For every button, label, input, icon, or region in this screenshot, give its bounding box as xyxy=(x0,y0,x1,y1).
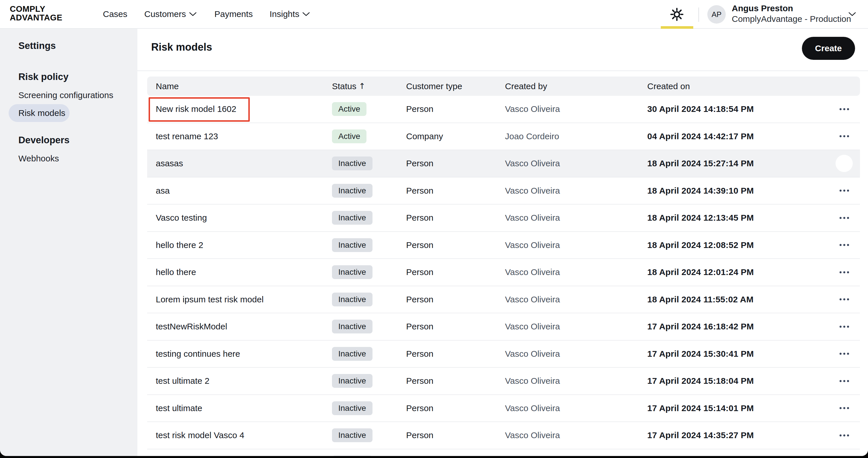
sidebar-title: Settings xyxy=(19,40,56,51)
status-badge: Inactive xyxy=(332,374,372,388)
table-row[interactable]: hello there 2 Inactive Person Vasco Oliv… xyxy=(147,232,860,259)
nav-payments[interactable]: Payments xyxy=(214,0,253,28)
status-badge: Inactive xyxy=(332,211,372,225)
risk-model-name: Vasco testing xyxy=(156,213,332,223)
risk-model-name: test risk model Vasco 4 xyxy=(156,430,332,440)
column-header-name[interactable]: Name xyxy=(156,81,332,91)
ellipsis-menu-icon[interactable] xyxy=(840,380,849,382)
status-badge: Inactive xyxy=(332,184,372,198)
status-badge: Inactive xyxy=(332,347,372,361)
row-actions xyxy=(834,181,854,201)
ellipsis-menu-icon[interactable] xyxy=(840,407,849,409)
nav-insights[interactable]: Insights xyxy=(270,0,310,28)
column-header-customer-type[interactable]: Customer type xyxy=(406,81,505,91)
table-row[interactable]: test rename 123 Active Company Joao Cord… xyxy=(147,123,860,150)
status-badge: Inactive xyxy=(332,265,372,279)
row-actions xyxy=(834,344,854,364)
customer-type-cell: Person xyxy=(406,186,505,196)
customer-type-cell: Person xyxy=(406,430,505,440)
logo-line-2: ADVANTAGE xyxy=(10,13,62,22)
customer-type-cell: Person xyxy=(406,159,505,168)
status-badge: Inactive xyxy=(332,156,372,170)
ellipsis-menu-icon[interactable] xyxy=(840,353,849,355)
status-cell: Active xyxy=(332,130,406,143)
table-row[interactable]: Vasco testing Inactive Person Vasco Oliv… xyxy=(147,204,860,232)
ellipsis-menu-icon[interactable] xyxy=(840,434,849,436)
row-actions xyxy=(834,316,854,337)
table-row[interactable]: testing continues here Inactive Person V… xyxy=(147,341,860,368)
nav-payments-label: Payments xyxy=(214,9,253,19)
table-body: New risk model 1602 Active Person Vasco … xyxy=(147,96,860,456)
created-on-cell: 18 April 2024 12:01:24 PM xyxy=(647,267,834,277)
table-row[interactable]: test ultimate 2 Inactive Person Vasco Ol… xyxy=(147,368,860,395)
status-cell: Inactive xyxy=(332,347,406,361)
user-workspace: ComplyAdvantage - Production xyxy=(732,13,851,24)
table-row[interactable]: test ultimate Inactive Person Vasco Oliv… xyxy=(147,395,860,422)
main-content: Risk models Create Name Status ↑ Custome… xyxy=(137,29,868,456)
create-button[interactable]: Create xyxy=(802,37,855,60)
column-header-status[interactable]: Status ↑ xyxy=(332,81,406,91)
column-header-created-on[interactable]: Created on xyxy=(647,81,834,91)
status-badge: Inactive xyxy=(332,428,372,442)
comply-advantage-logo[interactable]: COMPLY ADVANTAGE xyxy=(10,5,62,22)
settings-sidebar: Settings Risk policy Screening configura… xyxy=(0,29,137,456)
avatar-initials: AP xyxy=(712,10,722,19)
table-row[interactable]: Inactive xyxy=(147,449,860,456)
status-badge: Active xyxy=(332,102,367,116)
row-actions xyxy=(834,262,854,282)
customer-type-cell: Person xyxy=(406,349,505,359)
risk-model-name: test rename 123 xyxy=(156,132,332,141)
created-on-cell: 30 April 2024 14:18:54 PM xyxy=(647,104,834,114)
row-actions xyxy=(834,371,854,391)
table-row[interactable]: test risk model Vasco 4 Inactive Person … xyxy=(147,422,860,449)
customer-type-cell: Person xyxy=(406,403,505,413)
logo-line-1: COMPLY xyxy=(10,5,62,13)
column-header-created-by[interactable]: Created by xyxy=(505,81,647,91)
risk-model-name: Lorem ipsum test risk model xyxy=(156,294,332,304)
row-actions xyxy=(834,289,854,310)
top-navigation-bar: COMPLY ADVANTAGE Cases Customers Payment… xyxy=(0,0,868,29)
table-row[interactable]: asa Inactive Person Vasco Oliveira 18 Ap… xyxy=(147,177,860,205)
created-by-cell: Vasco Oliveira xyxy=(505,267,647,277)
customer-type-cell: Person xyxy=(406,104,505,114)
row-actions xyxy=(834,153,854,173)
risk-model-name: test ultimate xyxy=(156,403,332,413)
sidebar-item-screening-configurations[interactable]: Screening configurations xyxy=(19,90,113,100)
table-row[interactable]: hello there Inactive Person Vasco Olivei… xyxy=(147,259,860,286)
created-on-cell: 17 April 2024 16:18:42 PM xyxy=(647,322,834,332)
created-on-cell: 04 April 2024 14:42:17 PM xyxy=(647,132,834,141)
risk-model-name: hello there 2 xyxy=(156,240,332,250)
nav-cases[interactable]: Cases xyxy=(103,0,127,28)
table-row[interactable]: Lorem ipsum test risk model Inactive Per… xyxy=(147,286,860,314)
user-menu-chevron-icon[interactable] xyxy=(848,12,856,17)
table-row[interactable]: New risk model 1602 Active Person Vasco … xyxy=(147,96,860,123)
sidebar-item-risk-models[interactable]: Risk models xyxy=(9,104,69,122)
ellipsis-menu-icon[interactable] xyxy=(840,244,849,246)
table-row[interactable]: testNewRiskModel Inactive Person Vasco O… xyxy=(147,313,860,341)
ellipsis-menu-icon[interactable] xyxy=(840,135,849,137)
ellipsis-menu-icon[interactable] xyxy=(840,190,849,192)
ellipsis-menu-icon[interactable] xyxy=(840,298,849,300)
row-actions xyxy=(834,126,854,146)
user-menu[interactable]: Angus Preston ComplyAdvantage - Producti… xyxy=(732,3,851,24)
table-row[interactable]: asasas Inactive Person Vasco Oliveira 18… xyxy=(147,150,860,177)
sidebar-item-risk-models-label: Risk models xyxy=(19,108,65,118)
sidebar-item-webhooks[interactable]: Webhooks xyxy=(19,154,59,164)
status-cell: Inactive xyxy=(332,238,406,252)
created-on-cell: 17 April 2024 14:35:27 PM xyxy=(647,430,834,440)
customer-type-cell: Person xyxy=(406,267,505,277)
created-on-cell: 18 April 2024 15:27:14 PM xyxy=(647,159,834,168)
status-cell: Inactive xyxy=(332,320,406,334)
ellipsis-menu-icon[interactable] xyxy=(840,217,849,219)
nav-customers[interactable]: Customers xyxy=(144,0,196,28)
avatar[interactable]: AP xyxy=(707,5,726,24)
created-by-cell: Vasco Oliveira xyxy=(505,240,647,250)
row-actions xyxy=(834,425,854,445)
settings-gear-button[interactable] xyxy=(669,6,685,23)
topbar-divider xyxy=(699,7,699,22)
status-cell: Inactive xyxy=(332,456,406,456)
ellipsis-menu-icon[interactable] xyxy=(840,108,849,110)
ellipsis-menu-icon[interactable] xyxy=(840,271,849,273)
gear-icon xyxy=(670,7,684,22)
ellipsis-menu-icon[interactable] xyxy=(840,326,849,328)
